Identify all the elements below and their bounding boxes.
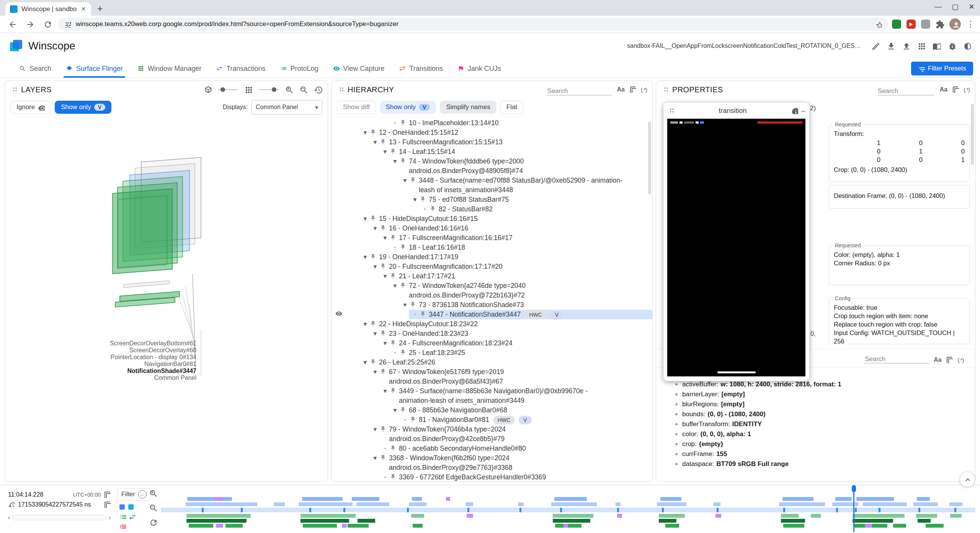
tree-node[interactable]: ▾3368 - WindowToken{f6b2f60 type=2024 an…: [332, 453, 652, 473]
tab-window-manager[interactable]: Window Manager: [131, 59, 207, 78]
scrollbar-track[interactable]: [12, 515, 106, 520]
site-settings-icon[interactable]: [64, 21, 71, 28]
copy-icon[interactable]: [104, 491, 111, 498]
properties-search-input[interactable]: Search: [877, 84, 934, 95]
timeline-segment[interactable]: [564, 524, 568, 528]
expand-chevron-icon[interactable]: ▾: [361, 319, 370, 329]
expand-chevron-icon[interactable]: ▾: [371, 453, 380, 463]
tree-node[interactable]: ▾22 - HideDisplayCutout:18:23#22: [332, 319, 652, 329]
tab-view-capture[interactable]: View Capture: [327, 59, 391, 78]
pin-icon[interactable]: [380, 425, 389, 432]
pin-icon[interactable]: [380, 137, 389, 145]
timeline-tick[interactable]: [519, 508, 521, 512]
pin-icon[interactable]: [380, 367, 389, 375]
regex-icon[interactable]: (.*): [957, 357, 964, 363]
tree-node[interactable]: ▾73 - 8736138 NotificationShade#73: [332, 300, 652, 310]
timeline-segment[interactable]: [446, 497, 450, 501]
timeline-tick[interactable]: [879, 508, 880, 512]
flat-toggle[interactable]: Flat: [500, 101, 523, 114]
pin-icon[interactable]: [380, 224, 389, 231]
pin-icon[interactable]: [390, 386, 399, 394]
timeline-tick[interactable]: [560, 508, 562, 512]
property-item[interactable]: blurRegions:[empty]: [660, 399, 971, 409]
rotation-slider[interactable]: [218, 89, 238, 90]
timeline-tick[interactable]: [855, 508, 857, 512]
timeline-segment[interactable]: [715, 514, 721, 518]
expand-chevron-icon[interactable]: ▾: [381, 147, 390, 157]
tree-node[interactable]: ▾23 - OneHanded:18:23#23: [332, 329, 652, 338]
expand-chevron-icon[interactable]: ▾: [361, 214, 370, 224]
tab-search[interactable]: Search: [13, 59, 57, 78]
info-icon[interactable]: [791, 107, 798, 114]
tree-node[interactable]: ▾67 - WindowToken{e5176f9 type=2019 andr…: [332, 367, 652, 386]
tree-node[interactable]: •82 - StatusBar#82: [332, 204, 652, 214]
tab-transactions[interactable]: Transactions: [210, 59, 271, 78]
property-item[interactable]: bounds:(0, 0) - (1080, 2400): [660, 409, 971, 419]
pin-icon[interactable]: [380, 453, 389, 461]
pin-icon[interactable]: [390, 338, 399, 346]
expand-chevron-icon[interactable]: ▾: [381, 338, 390, 348]
timeline-segment[interactable]: [551, 502, 597, 506]
pin-icon[interactable]: [410, 415, 419, 423]
timeline-segment[interactable]: [553, 514, 593, 518]
url-bar[interactable]: winscope.teams.x20web.corp.google.com/pr…: [58, 18, 888, 31]
proto-search-input[interactable]: Search: [864, 352, 929, 363]
timeline-segment[interactable]: [949, 502, 962, 506]
visibility-icon[interactable]: [335, 310, 342, 317]
window-maximize-icon[interactable]: ▢: [952, 2, 959, 11]
extension-icon-red[interactable]: ▶: [906, 20, 916, 29]
expand-chevron-icon[interactable]: ▾: [390, 281, 400, 291]
hierarchy-scrollbar[interactable]: [648, 121, 651, 194]
tree-node[interactable]: ▾20 - FullscreenMagnification:17:17#20: [332, 262, 652, 271]
timeline-tick[interactable]: [918, 508, 920, 512]
pin-icon[interactable]: [410, 176, 419, 183]
drag-handle-icon[interactable]: [337, 86, 344, 93]
timeline-segment[interactable]: [782, 497, 813, 501]
pin-icon[interactable]: [370, 214, 379, 222]
expand-chevron-icon[interactable]: ▾: [371, 137, 380, 147]
timeline-segment[interactable]: [356, 502, 389, 506]
timeline-segment[interactable]: [781, 514, 799, 518]
pin-icon[interactable]: [380, 262, 389, 270]
timeline-segment[interactable]: [412, 497, 422, 501]
timeline-segment[interactable]: [467, 514, 473, 518]
ignore-toggle[interactable]: Ignore: [10, 101, 51, 114]
show-only-toggle[interactable]: Show only V: [380, 101, 436, 114]
pin-icon[interactable]: [390, 444, 399, 451]
layer-label[interactable]: ScreenDecorOverlay#60: [5, 347, 196, 354]
zoom-out-icon[interactable]: −: [299, 85, 308, 94]
pin-icon[interactable]: [370, 252, 379, 260]
zoom-out-icon[interactable]: −: [149, 504, 157, 512]
timeline-segment[interactable]: [352, 497, 379, 501]
timeline-tick[interactable]: [662, 508, 664, 512]
tree-node[interactable]: •10 - ImePlaceholder:13:14#10: [332, 118, 652, 128]
layers-3d-canvas[interactable]: [5, 116, 328, 482]
3d-view-icon[interactable]: [204, 85, 212, 94]
timeline-segment[interactable]: [659, 519, 677, 523]
timeline-segment[interactable]: [950, 514, 962, 518]
timeline-segment[interactable]: [660, 497, 681, 501]
timeline-segment[interactable]: [186, 519, 247, 523]
timeline-segment[interactable]: [358, 519, 376, 523]
expand-chevron-icon[interactable]: ▾: [381, 271, 390, 281]
timeline-tick[interactable]: [717, 508, 719, 512]
timeline-segment[interactable]: [301, 519, 350, 523]
report-bug-icon[interactable]: [948, 42, 956, 50]
expand-chevron-icon[interactable]: ▾: [371, 329, 380, 338]
expand-chevron-icon[interactable]: ▾: [400, 300, 410, 310]
timeline-segment[interactable]: [301, 514, 356, 518]
new-tab-button[interactable]: +: [93, 2, 106, 15]
transition-overlay-card[interactable]: transition –: [663, 103, 809, 381]
properties-scrollbar[interactable]: [971, 104, 974, 165]
timeline-segment[interactable]: [518, 502, 524, 506]
match-case-icon[interactable]: Aa: [940, 86, 947, 93]
tree-node[interactable]: ▾24 - FullscreenMagnification:18:23#24: [332, 338, 652, 348]
timeline-segment[interactable]: [348, 524, 369, 528]
timeline-segment[interactable]: [617, 514, 622, 518]
forward-button[interactable]: [23, 17, 37, 31]
scroll-right-icon[interactable]: ›: [109, 514, 111, 521]
tree-node[interactable]: ▾68 - 885b63e NavigationBar0#68: [332, 405, 652, 415]
layers-3d-view[interactable]: ScreenDecorOverlayBottom#61ScreenDecorOv…: [5, 116, 328, 481]
layer-label[interactable]: Common Panel: [5, 374, 196, 381]
extension-icon-green[interactable]: [892, 20, 901, 29]
